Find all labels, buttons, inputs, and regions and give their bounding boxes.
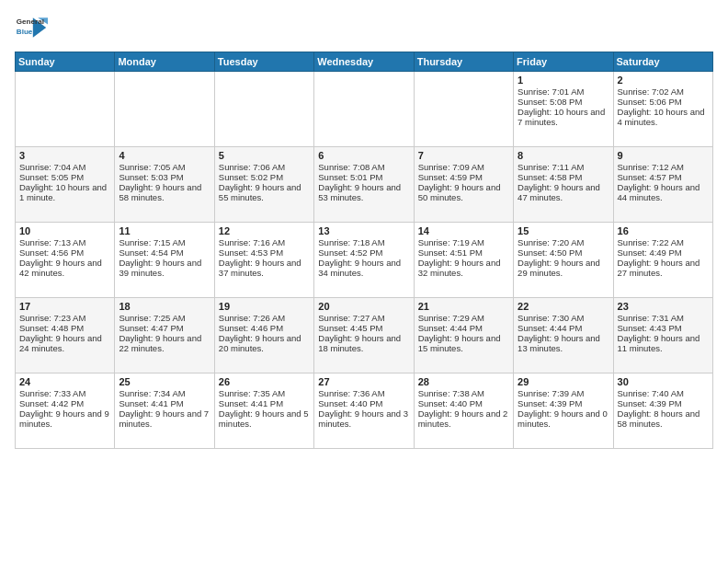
day-info-line: Sunrise: 7:09 AM <box>418 162 509 172</box>
day-info-line: Sunset: 4:57 PM <box>618 172 709 182</box>
day-number: 3 <box>19 150 110 161</box>
day-info-line: Sunset: 4:40 PM <box>318 398 409 408</box>
day-info-line: Daylight: 9 hours and 53 minutes. <box>318 182 409 202</box>
day-info-line: Daylight: 9 hours and 24 minutes. <box>19 333 110 353</box>
header: General Blue <box>15 11 713 44</box>
day-number: 13 <box>318 225 409 236</box>
day-info-line: Daylight: 8 hours and 58 minutes. <box>618 408 709 429</box>
day-info-line: Sunrise: 7:04 AM <box>19 162 110 172</box>
day-info-line: Sunrise: 7:36 AM <box>318 388 409 398</box>
day-info-line: Daylight: 9 hours and 22 minutes. <box>119 333 210 353</box>
day-info-line: Sunrise: 7:08 AM <box>318 162 409 172</box>
day-info-line: Sunset: 4:39 PM <box>518 398 609 408</box>
calendar-week-4: 17Sunrise: 7:23 AMSunset: 4:48 PMDayligh… <box>16 298 713 373</box>
calendar-cell: 21Sunrise: 7:29 AMSunset: 4:44 PMDayligh… <box>414 298 513 373</box>
day-info-line: Sunset: 4:54 PM <box>119 247 210 258</box>
day-info-line: Sunset: 4:44 PM <box>418 323 509 333</box>
day-number: 7 <box>418 150 509 161</box>
day-info-line: Sunrise: 7:06 AM <box>219 162 310 172</box>
day-info-line: Sunrise: 7:35 AM <box>219 388 310 398</box>
day-number: 1 <box>518 75 609 86</box>
day-info-line: Sunset: 4:51 PM <box>418 247 509 258</box>
calendar-cell: 22Sunrise: 7:30 AMSunset: 4:44 PMDayligh… <box>514 298 613 373</box>
day-number: 15 <box>518 225 609 236</box>
day-info-line: Daylight: 9 hours and 47 minutes. <box>518 182 609 202</box>
day-info-line: Sunrise: 7:29 AM <box>418 313 509 323</box>
calendar-cell <box>16 72 115 147</box>
day-info-line: Sunrise: 7:30 AM <box>518 313 609 323</box>
day-info-line: Sunset: 4:48 PM <box>19 323 110 333</box>
day-info-line: Sunrise: 7:02 AM <box>618 86 709 97</box>
day-info-line: Sunrise: 7:16 AM <box>219 237 310 247</box>
calendar-week-1: 1Sunrise: 7:01 AMSunset: 5:08 PMDaylight… <box>16 72 713 147</box>
day-info-line: Daylight: 9 hours and 9 minutes. <box>19 408 110 429</box>
day-info-line: Sunrise: 7:22 AM <box>618 237 709 247</box>
day-info-line: Sunrise: 7:13 AM <box>19 237 110 247</box>
day-info-line: Sunrise: 7:12 AM <box>618 162 709 172</box>
day-number: 26 <box>219 376 310 387</box>
calendar-cell: 20Sunrise: 7:27 AMSunset: 4:45 PMDayligh… <box>314 298 414 373</box>
day-number: 19 <box>219 301 310 312</box>
day-number: 11 <box>119 225 210 236</box>
day-info-line: Sunrise: 7:15 AM <box>119 237 210 247</box>
calendar-week-2: 3Sunrise: 7:04 AMSunset: 5:05 PMDaylight… <box>16 147 713 223</box>
day-number: 8 <box>518 150 609 161</box>
calendar-cell: 8Sunrise: 7:11 AMSunset: 4:58 PMDaylight… <box>514 147 613 223</box>
day-info-line: Daylight: 9 hours and 7 minutes. <box>119 408 210 429</box>
day-info-line: Sunrise: 7:31 AM <box>618 313 709 323</box>
day-info-line: Sunrise: 7:26 AM <box>219 313 310 323</box>
day-info-line: Sunset: 4:41 PM <box>119 398 210 408</box>
day-info-line: Sunrise: 7:40 AM <box>618 388 709 398</box>
calendar-cell: 18Sunrise: 7:25 AMSunset: 4:47 PMDayligh… <box>115 298 214 373</box>
weekday-header-monday: Monday <box>115 52 214 72</box>
day-info-line: Sunset: 4:40 PM <box>418 398 509 408</box>
day-info-line: Sunrise: 7:18 AM <box>318 237 409 247</box>
day-number: 5 <box>219 150 310 161</box>
weekday-header-tuesday: Tuesday <box>214 52 313 72</box>
day-info-line: Sunrise: 7:23 AM <box>19 313 110 323</box>
day-number: 18 <box>119 301 210 312</box>
day-info-line: Sunrise: 7:01 AM <box>518 86 609 97</box>
day-number: 16 <box>618 225 709 236</box>
weekday-header-sunday: Sunday <box>16 52 115 72</box>
calendar-cell: 3Sunrise: 7:04 AMSunset: 5:05 PMDaylight… <box>16 147 115 223</box>
day-info-line: Sunset: 5:02 PM <box>219 172 310 182</box>
day-info-line: Daylight: 9 hours and 13 minutes. <box>518 333 609 353</box>
day-info-line: Sunset: 4:50 PM <box>518 247 609 258</box>
calendar-cell: 2Sunrise: 7:02 AMSunset: 5:06 PMDaylight… <box>613 72 712 147</box>
svg-text:General: General <box>17 17 44 26</box>
day-info-line: Sunrise: 7:25 AM <box>119 313 210 323</box>
day-number: 27 <box>318 376 409 387</box>
day-info-line: Daylight: 9 hours and 42 minutes. <box>19 258 110 278</box>
day-info-line: Sunset: 4:53 PM <box>219 247 310 258</box>
day-info-line: Daylight: 10 hours and 1 minute. <box>19 182 110 202</box>
calendar-cell <box>115 72 214 147</box>
day-info-line: Daylight: 9 hours and 20 minutes. <box>219 333 310 353</box>
day-info-line: Daylight: 9 hours and 44 minutes. <box>618 182 709 202</box>
calendar-cell: 15Sunrise: 7:20 AMSunset: 4:50 PMDayligh… <box>514 223 613 298</box>
day-info-line: Sunrise: 7:05 AM <box>119 162 210 172</box>
day-info-line: Sunset: 5:01 PM <box>318 172 409 182</box>
day-info-line: Daylight: 9 hours and 0 minutes. <box>518 408 609 429</box>
day-info-line: Daylight: 9 hours and 34 minutes. <box>318 258 409 278</box>
calendar-cell: 6Sunrise: 7:08 AMSunset: 5:01 PMDaylight… <box>314 147 414 223</box>
day-number: 24 <box>19 376 110 387</box>
day-info-line: Sunrise: 7:27 AM <box>318 313 409 323</box>
day-info-line: Sunrise: 7:34 AM <box>119 388 210 398</box>
day-info-line: Sunrise: 7:19 AM <box>418 237 509 247</box>
day-info-line: Sunrise: 7:38 AM <box>418 388 509 398</box>
day-info-line: Daylight: 10 hours and 4 minutes. <box>618 107 709 127</box>
calendar-week-5: 24Sunrise: 7:33 AMSunset: 4:42 PMDayligh… <box>16 373 713 449</box>
day-info-line: Sunset: 4:41 PM <box>219 398 310 408</box>
day-number: 9 <box>618 150 709 161</box>
day-info-line: Sunset: 4:39 PM <box>618 398 709 408</box>
day-info-line: Sunset: 5:05 PM <box>19 172 110 182</box>
day-number: 6 <box>318 150 409 161</box>
weekday-header-row: SundayMondayTuesdayWednesdayThursdayFrid… <box>16 52 713 72</box>
calendar-cell: 13Sunrise: 7:18 AMSunset: 4:52 PMDayligh… <box>314 223 414 298</box>
day-info-line: Daylight: 9 hours and 2 minutes. <box>418 408 509 429</box>
calendar-cell <box>414 72 513 147</box>
day-info-line: Daylight: 9 hours and 50 minutes. <box>418 182 509 202</box>
day-info-line: Sunset: 4:58 PM <box>518 172 609 182</box>
day-number: 29 <box>518 376 609 387</box>
